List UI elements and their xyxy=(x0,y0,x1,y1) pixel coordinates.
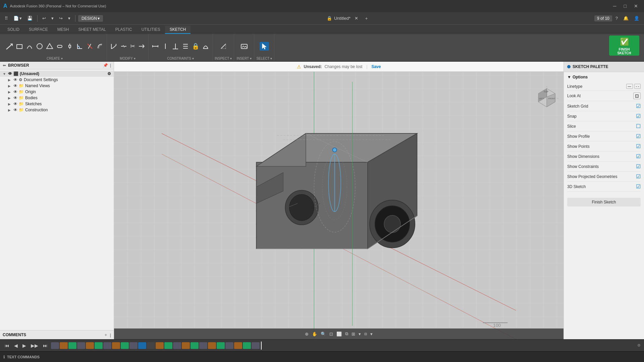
display-mode-button[interactable]: ⧉ xyxy=(344,330,350,337)
slice-checkbox[interactable]: ☐ xyxy=(636,123,641,129)
fillet-tool-button[interactable] xyxy=(75,42,85,51)
fillet2-btn[interactable] xyxy=(109,42,118,51)
browser-item-construction[interactable]: ▶ 👁 📁 Construction xyxy=(0,107,114,113)
trim-tool-button[interactable] xyxy=(85,42,95,51)
browser-item-named-views[interactable]: ▶ 👁 📁 Named Views xyxy=(0,83,114,89)
browser-pin-button[interactable]: 📌 xyxy=(103,63,108,68)
browser-item-bodies[interactable]: ▶ 👁 📁 Bodies xyxy=(0,95,114,101)
browser-item-origin[interactable]: ▶ 👁 📁 Origin xyxy=(0,89,114,95)
show-dimensions-checkbox[interactable]: ☑ xyxy=(636,153,641,160)
tab-surface[interactable]: SURFACE xyxy=(24,26,53,34)
comments-collapse-button[interactable]: | xyxy=(110,333,111,338)
fit-view-button[interactable]: ⊡ xyxy=(328,331,334,337)
arc-tool-button[interactable] xyxy=(25,42,34,51)
timeline-item-12[interactable] xyxy=(147,342,155,349)
help-button[interactable]: ? xyxy=(613,15,620,22)
perpendicular-btn[interactable] xyxy=(171,42,180,51)
horizontal-constraint-btn[interactable] xyxy=(151,42,160,51)
new-tab-button[interactable]: ＋ xyxy=(362,14,371,22)
vertical-constraint-btn[interactable] xyxy=(161,42,170,51)
timeline-item-18[interactable] xyxy=(199,342,207,349)
point-tool-button[interactable] xyxy=(65,42,74,51)
step-forward-button[interactable]: ▶▶ xyxy=(30,342,40,349)
options-header[interactable]: ▼ Options xyxy=(567,75,641,79)
timeline-item-20[interactable] xyxy=(217,342,225,349)
snap-checkbox[interactable]: ☑ xyxy=(636,113,641,119)
show-projected-checkbox[interactable]: ☑ xyxy=(636,173,641,180)
measure-btn[interactable] xyxy=(219,42,228,51)
break-btn[interactable] xyxy=(119,42,128,51)
look-at-button[interactable]: ⊡ xyxy=(633,93,641,99)
timeline-item-22[interactable] xyxy=(234,342,242,349)
tab-plastic[interactable]: PLASTIC xyxy=(111,26,137,34)
timeline-item-7[interactable] xyxy=(103,342,111,349)
offset-tool-button[interactable] xyxy=(95,42,105,51)
app-grid-button[interactable]: ⠿ xyxy=(3,15,10,22)
browser-collapse-button[interactable]: | xyxy=(110,63,111,68)
save-button[interactable]: 💾 xyxy=(25,15,35,22)
timeline-settings-button[interactable]: ⚙ xyxy=(637,343,641,348)
view-cube[interactable]: TOP LEFT FRONT ↑ → xyxy=(533,85,560,112)
maximize-button[interactable]: □ xyxy=(621,3,629,9)
finish-sketch-palette-button[interactable]: Finish Sketch xyxy=(567,198,641,206)
close-tab-button[interactable]: ✕ xyxy=(353,15,360,22)
end-button[interactable]: ⏭ xyxy=(42,342,49,349)
3d-sketch-checkbox[interactable]: ☑ xyxy=(636,183,641,190)
timeline-item-15[interactable] xyxy=(173,342,181,349)
timeline-item-3[interactable] xyxy=(68,342,76,349)
view-settings-dropdown[interactable]: ▾ xyxy=(369,331,374,337)
tab-sheet-metal[interactable]: SHEET METAL xyxy=(73,26,110,34)
select-btn[interactable] xyxy=(260,42,269,51)
finish-sketch-button[interactable]: ✅ FINISH SKETCH xyxy=(609,36,639,56)
timeline-item-24[interactable] xyxy=(252,342,260,349)
timeline-item-10[interactable] xyxy=(129,342,138,349)
parallel-btn[interactable] xyxy=(181,42,190,51)
timeline-item-17[interactable] xyxy=(191,342,199,349)
timeline-item-13[interactable] xyxy=(156,342,164,349)
pan-button[interactable]: ✋ xyxy=(311,331,319,337)
tab-sketch[interactable]: SKETCH xyxy=(165,26,191,34)
browser-item-root[interactable]: ▼ 👁 ⬛ (Unsaved) ⚙ xyxy=(0,71,114,77)
rectangle-tool-button[interactable] xyxy=(15,42,24,51)
timeline-item-8[interactable] xyxy=(112,342,120,349)
view-mode-button[interactable]: ⬜ xyxy=(335,331,343,337)
tangent-btn[interactable] xyxy=(201,42,210,51)
grid-dropdown-button[interactable]: ▾ xyxy=(357,331,362,337)
timeline-item-5[interactable] xyxy=(86,342,94,349)
grid-settings-button[interactable]: ⊞ xyxy=(350,331,357,337)
sketch-grid-checkbox[interactable]: ☑ xyxy=(636,103,641,109)
timeline-item-6[interactable] xyxy=(95,342,103,349)
undo-arrow-button[interactable]: ▾ xyxy=(49,15,56,22)
browser-item-doc-settings[interactable]: ▶ 👁 ⚙ Document Settings xyxy=(0,77,114,83)
show-points-checkbox[interactable]: ☑ xyxy=(636,143,641,149)
user-button[interactable]: 👤 xyxy=(632,15,641,22)
timeline-item-2[interactable] xyxy=(60,342,68,349)
slot-tool-button[interactable] xyxy=(55,42,64,51)
design-button[interactable]: DESIGN ▾ xyxy=(78,15,103,22)
minimize-button[interactable]: ─ xyxy=(610,3,619,9)
undo-button[interactable]: ↩ xyxy=(40,15,48,22)
timeline-item-1[interactable] xyxy=(51,342,59,349)
timeline-item-9[interactable] xyxy=(121,342,129,349)
polygon-tool-button[interactable] xyxy=(45,42,54,51)
save-link[interactable]: Save xyxy=(371,64,381,69)
timeline-item-14[interactable] xyxy=(164,342,172,349)
redo-button[interactable]: ↪ xyxy=(57,15,65,22)
tab-utilities[interactable]: UTILITIES xyxy=(137,26,165,34)
lock-constraint-btn[interactable]: 🔒 xyxy=(191,42,200,51)
browser-item-sketches[interactable]: ▶ 👁 📁 Sketches xyxy=(0,101,114,107)
timeline-item-23[interactable] xyxy=(243,342,251,349)
add-comment-button[interactable]: ＋ xyxy=(104,332,108,338)
view-settings-button[interactable]: ⧈ xyxy=(363,330,368,337)
show-profile-checkbox[interactable]: ☑ xyxy=(636,133,641,139)
timeline-item-11[interactable] xyxy=(138,342,146,349)
viewport[interactable]: ⚠ Unsaved: Changes may be lost | Save xyxy=(114,62,564,339)
timeline-item-16[interactable] xyxy=(182,342,190,349)
timeline-item-4[interactable] xyxy=(77,342,85,349)
extend-btn[interactable] xyxy=(137,42,146,51)
step-back-button[interactable]: ◀ xyxy=(13,342,19,349)
close-button[interactable]: ✕ xyxy=(631,3,641,9)
insert-image-btn[interactable] xyxy=(239,42,249,51)
linetype-dashed-button[interactable]: - - xyxy=(634,84,641,89)
orbit-button[interactable]: ⊕ xyxy=(304,331,310,337)
